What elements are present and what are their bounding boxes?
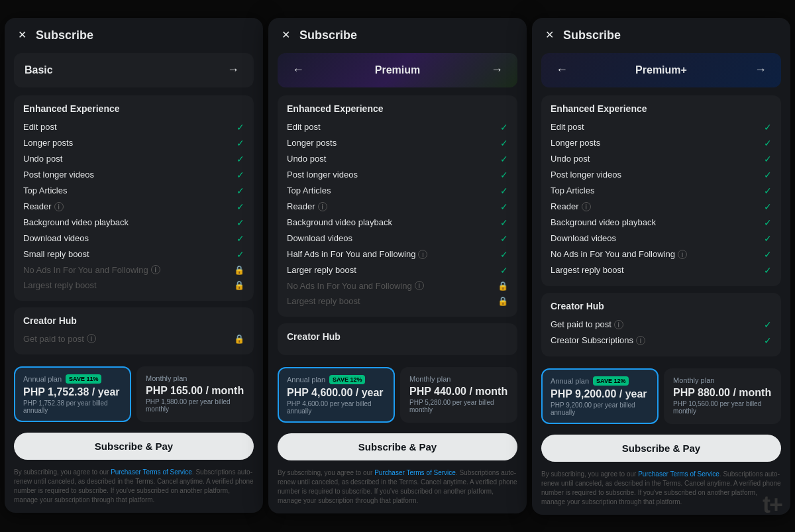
monthly-plan-option[interactable]: Monthly planPHP 880.00 / monthPHP 10,560… [664,368,781,424]
check-icon: ✓ [500,217,508,228]
feature-row: Background video playback✓ [287,215,508,231]
check-icon: ✓ [500,138,508,148]
subscribe-pay-button[interactable]: Subscribe & Pay [541,435,781,462]
feature-label: Undo post [23,154,62,164]
creator-hub-section: Creator Hub [278,323,517,355]
feature-row: Longer posts✓ [287,135,508,151]
card-basic: ✕SubscribeBasic→Enhanced ExperienceEdit … [5,18,263,513]
creator-feature-row: Creator Subscriptionsi✓ [551,333,772,348]
check-icon: ✓ [500,249,508,260]
cards-container: ✕SubscribeBasic→Enhanced ExperienceEdit … [5,18,790,515]
feature-row: Top Articles✓ [551,183,772,199]
feature-label: Longer posts [287,138,337,148]
feature-row: Half Ads in For You and Followingi✓ [287,246,508,262]
features-scroll-area: Enhanced ExperienceEdit post✓Longer post… [268,95,527,362]
disclaimer-text: By subscribing, you agree to our Purchas… [14,468,254,505]
annual-plan-option[interactable]: Annual planSAVE 12%PHP 9,200.00 / yearPH… [541,368,659,424]
terms-link[interactable]: Purchaser Terms of Service [374,469,456,476]
check-icon: ✓ [764,217,772,228]
section-title-enhanced: Enhanced Experience [551,103,772,114]
feature-row: Edit post✓ [551,119,772,135]
tier-next-button[interactable]: → [487,62,507,78]
check-icon: ✓ [237,201,244,212]
info-icon[interactable]: i [318,202,327,211]
check-icon: ✓ [764,138,772,148]
monthly-plan-option[interactable]: Monthly planPHP 440.00 / monthPHP 5,280.… [400,367,517,423]
creator-feature-label: Get paid to posti [23,334,96,344]
feature-row: Undo post✓ [551,151,772,167]
info-icon[interactable]: i [582,202,591,211]
tier-name: Basic [25,64,53,76]
feature-row: No Ads In For You and Followingi🔒 [23,262,244,278]
tier-next-button[interactable]: → [751,62,770,78]
subscribe-pay-button[interactable]: Subscribe & Pay [278,433,517,460]
lock-icon: 🔒 [234,265,244,275]
check-icon: ✓ [237,138,244,148]
feature-label: Edit post [551,122,584,132]
check-icon: ✓ [500,122,508,133]
close-button[interactable]: ✕ [544,28,555,42]
feature-label: Post longer videos [551,170,621,180]
feature-row: No Ads in For You and Followingi✓ [551,246,772,262]
close-button[interactable]: ✕ [280,28,292,42]
tier-name: Premium+ [635,64,687,76]
tier-selector: ←Premium→ [278,53,517,87]
creator-hub-section: Creator HubGet paid to posti🔒 [14,307,254,354]
annual-plan-price: PHP 9,200.00 / year [551,388,649,400]
annual-plan-price: PHP 4,600.00 / year [287,387,386,399]
pricing-area: Annual planSAVE 11%PHP 1,752.38 / yearPH… [14,366,254,422]
info-icon[interactable]: i [151,265,160,274]
feature-label: No Ads In For You and Followingi [287,281,424,291]
check-icon: ✓ [764,186,772,196]
check-icon: ✓ [764,319,772,330]
check-icon: ✓ [764,170,772,180]
feature-row: Largest reply boost🔒 [23,278,244,293]
terms-link[interactable]: Purchaser Terms of Service [111,468,192,476]
check-icon: ✓ [764,122,772,133]
check-icon: ✓ [764,154,772,164]
annual-plan-price: PHP 1,752.38 / year [23,386,122,398]
info-icon[interactable]: i [418,250,427,259]
info-icon[interactable]: i [614,320,623,329]
monthly-plan-option[interactable]: Monthly planPHP 165.00 / monthPHP 1,980.… [136,366,254,422]
annual-plan-sub: PHP 9,200.00 per year billed annually [551,401,649,416]
info-icon[interactable]: i [54,202,64,211]
feature-row: Largest reply boost✓ [551,262,772,278]
check-icon: ✓ [764,265,772,276]
check-icon: ✓ [764,201,772,212]
feature-row: Largest reply boost🔒 [287,293,508,309]
check-icon: ✓ [500,186,508,196]
feature-row: Post longer videos✓ [551,167,772,183]
feature-row: Readeri✓ [551,199,772,215]
feature-label: Post longer videos [287,170,358,180]
annual-plan-sub: PHP 4,600.00 per year billed annually [287,400,386,415]
monthly-plan-label: Monthly plan [409,375,450,383]
feature-row: Background video playback✓ [551,215,772,231]
tier-next-button[interactable]: → [223,62,243,78]
annual-plan-option[interactable]: Annual planSAVE 12%PHP 4,600.00 / yearPH… [278,367,395,423]
tier-prev-button[interactable]: ← [288,62,308,78]
feature-label: Small reply boost [23,249,89,259]
feature-row: Longer posts✓ [23,135,244,151]
feature-row: No Ads In For You and Followingi🔒 [287,278,508,293]
lock-icon: 🔒 [498,296,508,306]
info-icon[interactable]: i [87,334,96,343]
section-title-enhanced: Enhanced Experience [287,103,508,114]
info-icon[interactable]: i [636,336,645,345]
feature-label: Background video playback [23,217,129,227]
check-icon: ✓ [237,217,244,228]
close-button[interactable]: ✕ [17,28,28,42]
subscribe-pay-button[interactable]: Subscribe & Pay [14,433,254,460]
feature-label: Largest reply boost [287,296,360,306]
info-icon[interactable]: i [415,281,424,290]
terms-link[interactable]: Purchaser Terms of Service [638,470,719,478]
feature-row: Top Articles✓ [287,183,508,199]
lock-icon: 🔒 [234,334,244,344]
monthly-plan-price: PHP 165.00 / month [146,385,244,397]
annual-plan-option[interactable]: Annual planSAVE 11%PHP 1,752.38 / yearPH… [14,366,131,422]
info-icon[interactable]: i [678,250,687,259]
enhanced-experience-section: Enhanced ExperienceEdit post✓Longer post… [14,95,254,301]
feature-label: Longer posts [23,138,73,148]
feature-label: Post longer videos [23,170,94,180]
tier-prev-button[interactable]: ← [552,62,572,78]
